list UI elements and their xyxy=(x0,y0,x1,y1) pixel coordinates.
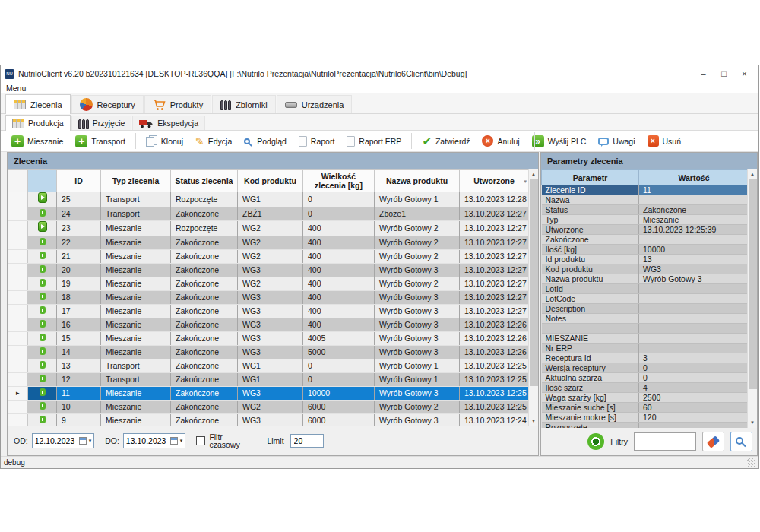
cell-kod[interactable]: WG2 xyxy=(238,250,303,264)
cell-typ[interactable]: Mieszanie xyxy=(101,387,171,401)
cell-nazwa[interactable]: Wyrób Gotowy 1 xyxy=(375,373,460,387)
param-row[interactable]: Description xyxy=(542,304,749,314)
column-header[interactable]: Kod produktu xyxy=(238,170,303,192)
cell-status[interactable]: Zakończone xyxy=(171,387,238,401)
cell-id[interactable]: 10 xyxy=(57,401,101,414)
cell-kod[interactable]: WG2 xyxy=(238,221,303,236)
anuluj-button[interactable]: ×Anuluj xyxy=(476,134,525,148)
param-value[interactable]: Wyrób Gotowy 3 xyxy=(639,274,749,284)
cell-typ[interactable]: Transport xyxy=(101,192,171,207)
param-row[interactable]: MIESZANIE xyxy=(542,334,749,344)
param-name[interactable]: Id produktu xyxy=(542,255,639,264)
cell-typ[interactable]: Transport xyxy=(101,373,171,387)
date-to-input[interactable] xyxy=(126,436,170,445)
raport-button[interactable]: Raport xyxy=(293,135,341,148)
chevron-down-icon[interactable]: ▾ xyxy=(89,438,92,444)
cell-id[interactable]: 20 xyxy=(57,264,101,277)
scroll-up-icon[interactable]: ▲ xyxy=(529,169,539,179)
column-header[interactable]: Parametr xyxy=(542,170,639,185)
orders-row[interactable]: 18MieszanieZakończoneWG3400Wyrób Gotowy … xyxy=(8,291,529,305)
date-from-picker[interactable]: ▾ xyxy=(32,433,95,448)
param-row[interactable]: Kod produktuWG3 xyxy=(542,264,749,274)
orders-row[interactable]: 23MieszanieRozpoczęteWG2400Wyrób Gotowy … xyxy=(8,221,529,236)
uwagi-button[interactable]: Uwagi xyxy=(592,135,641,147)
orders-row[interactable]: 12TransportZakończoneWG10Wyrób Gotowy 11… xyxy=(8,373,529,387)
column-header[interactable] xyxy=(28,170,57,192)
orders-row[interactable]: ▸11MieszanieZakończoneWG310000Wyrób Goto… xyxy=(8,387,529,401)
param-row[interactable]: Utworzone13.10.2023 12:25:39 xyxy=(542,225,749,235)
minimize-button[interactable]: – xyxy=(693,69,714,78)
cell-kod[interactable]: WG3 xyxy=(238,291,303,305)
clear-filter-button[interactable] xyxy=(702,432,724,451)
cell-utworzone[interactable]: 13.10.2023 12:27 xyxy=(460,221,529,236)
param-row[interactable]: Zlecenie ID11 xyxy=(542,185,749,195)
close-button[interactable]: × xyxy=(734,69,755,78)
scroll-up-icon[interactable]: ▲ xyxy=(748,169,758,179)
param-name[interactable]: Ilość szarż xyxy=(542,383,639,393)
cell-kod[interactable]: WG2 xyxy=(238,401,303,414)
orders-row[interactable]: 9MieszanieZakończoneWG36000Wyrób Gotowy … xyxy=(8,414,529,427)
param-name[interactable]: Description xyxy=(542,304,639,314)
cell-nazwa[interactable]: Wyrób Gotowy 2 xyxy=(375,277,460,291)
param-row[interactable]: Aktualna szarża0 xyxy=(542,373,749,383)
cell-wielkosc[interactable]: 400 xyxy=(303,305,375,318)
cell-typ[interactable]: Mieszanie xyxy=(101,250,171,264)
cell-status[interactable]: Zakończone xyxy=(171,414,238,427)
param-value[interactable] xyxy=(639,235,749,245)
cell-utworzone[interactable]: 13.10.2023 12:26 xyxy=(460,318,529,332)
orders-row[interactable]: 20MieszanieZakończoneWG3400Wyrób Gotowy … xyxy=(8,264,529,277)
cell-status[interactable]: Zakończone xyxy=(171,359,238,373)
cell-wielkosc[interactable]: 0 xyxy=(303,192,375,207)
param-row[interactable]: Rozpoczęte xyxy=(542,423,749,429)
param-row[interactable]: Nr ERP xyxy=(542,344,749,353)
param-row[interactable]: Zakończone xyxy=(542,235,749,245)
cell-utworzone[interactable]: 13.10.2023 12:27 xyxy=(460,291,529,305)
cell-utworzone[interactable]: 13.10.2023 12:25 xyxy=(460,401,529,414)
cell-wielkosc[interactable]: 0 xyxy=(303,373,375,387)
param-value[interactable]: 10000 xyxy=(639,245,749,255)
cell-kod[interactable]: WG3 xyxy=(238,387,303,401)
cell-status[interactable]: Zakończone xyxy=(171,318,238,332)
cell-typ[interactable]: Mieszanie xyxy=(101,236,171,250)
param-value[interactable]: 2500 xyxy=(639,393,749,403)
cell-typ[interactable]: Mieszanie xyxy=(101,277,171,291)
column-header[interactable]: Status zlecenia xyxy=(171,170,238,192)
cell-typ[interactable]: Mieszanie xyxy=(101,305,171,318)
cell-nazwa[interactable]: Wyrób Gotowy 1 xyxy=(375,359,460,373)
column-header[interactable]: Typ zlecenia xyxy=(101,170,171,192)
param-row[interactable]: Wersja receptury0 xyxy=(542,363,749,373)
param-name[interactable]: Mieszanie suche [s] xyxy=(542,403,639,413)
scroll-thumb[interactable] xyxy=(749,179,757,389)
chevron-down-icon[interactable]: ▾ xyxy=(180,438,183,444)
param-value[interactable] xyxy=(639,195,749,205)
cell-utworzone[interactable]: 13.10.2023 12:26 xyxy=(460,332,529,346)
cell-status[interactable]: Zakończone xyxy=(171,291,238,305)
param-row[interactable]: TypMieszanie xyxy=(542,215,749,225)
cell-status[interactable]: Zakończone xyxy=(171,332,238,346)
cell-status[interactable]: Rozpoczęte xyxy=(171,192,238,207)
raport-erp-button[interactable]: Raport ERP xyxy=(340,135,407,148)
cell-id[interactable]: 17 xyxy=(57,305,101,318)
orders-row[interactable]: 14MieszanieZakończoneWG35000Wyrób Gotowy… xyxy=(8,346,529,359)
cell-nazwa[interactable]: Wyrób Gotowy 2 xyxy=(375,250,460,264)
cell-nazwa[interactable]: Wyrób Gotowy 3 xyxy=(375,305,460,318)
cell-typ[interactable]: Transport xyxy=(101,359,171,373)
cell-wielkosc[interactable]: 5000 xyxy=(303,346,375,359)
param-value[interactable] xyxy=(639,344,749,353)
sort-indicator-icon[interactable]: ▾ xyxy=(524,177,527,186)
param-value[interactable] xyxy=(639,284,749,294)
param-row[interactable]: Mieszanie suche [s]60 xyxy=(542,403,749,413)
cell-kod[interactable]: WG2 xyxy=(238,277,303,291)
cell-nazwa[interactable]: Wyrób Gotowy 3 xyxy=(375,332,460,346)
cell-nazwa[interactable]: Wyrób Gotowy 3 xyxy=(375,387,460,401)
param-name[interactable]: Zakończone xyxy=(542,235,639,245)
param-value[interactable]: 11 xyxy=(639,185,749,195)
column-header[interactable]: ID xyxy=(57,170,101,192)
cell-wielkosc[interactable]: 0 xyxy=(303,359,375,373)
cell-nazwa[interactable]: Wyrób Gotowy 3 xyxy=(375,291,460,305)
param-row[interactable]: Mieszanie mokre [s]120 xyxy=(542,413,749,423)
param-value[interactable]: Mieszanie xyxy=(639,215,749,225)
cell-kod[interactable]: WG3 xyxy=(238,346,303,359)
cell-typ[interactable]: Mieszanie xyxy=(101,318,171,332)
cell-id[interactable]: 12 xyxy=(57,373,101,387)
